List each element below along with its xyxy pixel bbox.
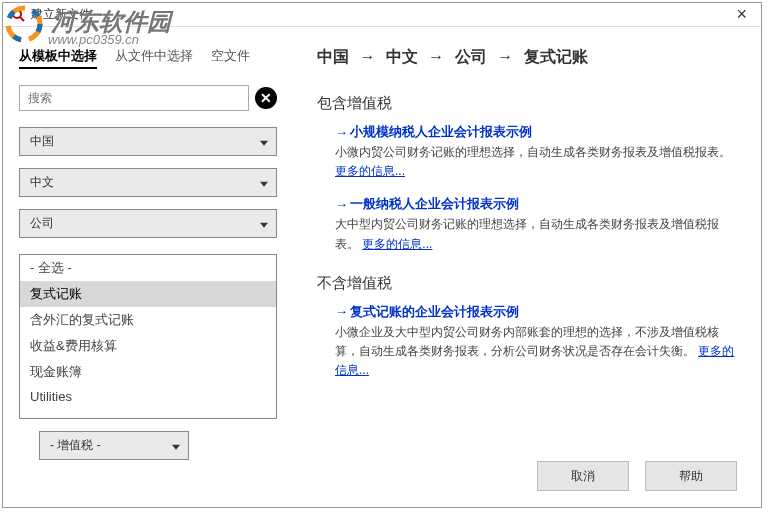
breadcrumb-arrow-icon: → <box>359 48 375 65</box>
search-input[interactable] <box>19 85 249 111</box>
category-dropdown[interactable]: 公司 <box>19 209 277 238</box>
list-item-selected[interactable]: 复式记账 <box>20 281 276 307</box>
section-without-vat: 不含增值税 <box>317 274 737 293</box>
app-icon <box>11 8 25 22</box>
breadcrumb-part: 中国 <box>317 48 349 65</box>
button-row: 取消 帮助 <box>317 443 737 491</box>
dialog-window: 建立新文件 × 从模板中选择 从文件中选择 空文件 ✕ 中国 中文 公司 - 全… <box>2 2 762 508</box>
close-button[interactable]: × <box>730 4 753 25</box>
more-info-link[interactable]: 更多的信息... <box>362 237 432 251</box>
arrow-right-icon: → <box>335 125 348 140</box>
vat-dropdown[interactable]: - 增值税 - <box>39 431 189 460</box>
left-panel: 从模板中选择 从文件中选择 空文件 ✕ 中国 中文 公司 - 全选 - 复式记账… <box>3 27 293 507</box>
list-item[interactable]: - 全选 - <box>20 255 276 281</box>
breadcrumb-arrow-icon: → <box>497 48 513 65</box>
breadcrumb: 中国 → 中文 → 公司 → 复式记账 <box>317 47 737 68</box>
breadcrumb-part: 公司 <box>455 48 487 65</box>
list-item[interactable]: Utilities <box>20 385 276 408</box>
template-item: →复式记账的企业会计报表示例 小微企业及大中型内贸公司财务内部账套的理想的选择，… <box>317 303 737 381</box>
more-info-link[interactable]: 更多的信息... <box>335 164 405 178</box>
language-dropdown[interactable]: 中文 <box>19 168 277 197</box>
right-panel: 中国 → 中文 → 公司 → 复式记账 包含增值税 →小规模纳税人企业会计报表示… <box>293 27 761 507</box>
template-desc: 大中型内贸公司财务记账的理想选择，自动生成各类财务报表及增值税报表。 更多的信息… <box>335 215 737 253</box>
list-item[interactable]: 收益&费用核算 <box>20 333 276 359</box>
country-dropdown[interactable]: 中国 <box>19 127 277 156</box>
tab-empty-file[interactable]: 空文件 <box>211 47 250 69</box>
watermark-url: www.pc0359.cn <box>48 32 139 47</box>
dialog-body: 从模板中选择 从文件中选择 空文件 ✕ 中国 中文 公司 - 全选 - 复式记账… <box>3 27 761 507</box>
cancel-button[interactable]: 取消 <box>537 461 629 491</box>
template-desc: 小微内贸公司财务记账的理想选择，自动生成各类财务报表及增值税报表。 更多的信息.… <box>335 143 737 181</box>
list-item[interactable]: 现金账簿 <box>20 359 276 385</box>
svg-line-3 <box>20 17 24 21</box>
svg-point-2 <box>13 10 21 18</box>
template-desc: 小微企业及大中型内贸公司财务内部账套的理想的选择，不涉及增值税核算，自动生成各类… <box>335 323 737 381</box>
arrow-right-icon: → <box>335 304 348 319</box>
breadcrumb-arrow-icon: → <box>428 48 444 65</box>
template-link[interactable]: →小规模纳税人企业会计报表示例 <box>335 123 737 141</box>
tab-from-file[interactable]: 从文件中选择 <box>115 47 193 69</box>
template-item: →小规模纳税人企业会计报表示例 小微内贸公司财务记账的理想选择，自动生成各类财务… <box>317 123 737 181</box>
search-clear-icon[interactable]: ✕ <box>255 87 277 109</box>
arrow-right-icon: → <box>335 197 348 212</box>
breadcrumb-part: 复式记账 <box>524 48 588 65</box>
template-link[interactable]: →一般纳税人企业会计报表示例 <box>335 195 737 213</box>
template-link[interactable]: →复式记账的企业会计报表示例 <box>335 303 737 321</box>
template-item: →一般纳税人企业会计报表示例 大中型内贸公司财务记账的理想选择，自动生成各类财务… <box>317 195 737 253</box>
window-title: 建立新文件 <box>31 6 730 23</box>
titlebar: 建立新文件 × <box>3 3 761 27</box>
section-with-vat: 包含增值税 <box>317 94 737 113</box>
help-button[interactable]: 帮助 <box>645 461 737 491</box>
tab-from-template[interactable]: 从模板中选择 <box>19 47 97 69</box>
list-item[interactable]: 含外汇的复式记账 <box>20 307 276 333</box>
type-listbox[interactable]: - 全选 - 复式记账 含外汇的复式记账 收益&费用核算 现金账簿 Utilit… <box>19 254 277 419</box>
search-row: ✕ <box>19 85 277 111</box>
breadcrumb-part: 中文 <box>386 48 418 65</box>
